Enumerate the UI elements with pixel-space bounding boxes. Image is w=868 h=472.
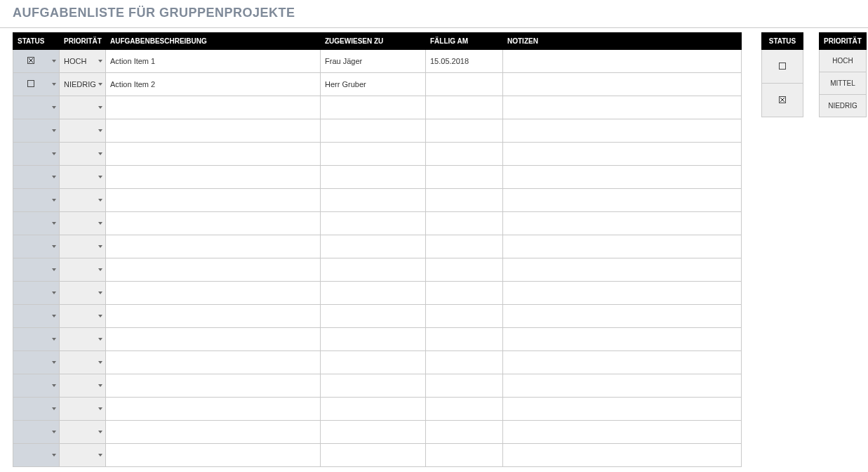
description-cell[interactable] — [106, 398, 321, 421]
due-cell[interactable] — [426, 282, 503, 305]
status-cell[interactable] — [13, 73, 60, 96]
notes-cell[interactable] — [503, 235, 742, 258]
priority-cell[interactable] — [60, 444, 106, 467]
assigned-cell[interactable] — [321, 143, 426, 166]
notes-cell[interactable] — [503, 328, 742, 351]
description-cell[interactable] — [106, 212, 321, 235]
status-cell[interactable] — [13, 305, 60, 328]
due-cell[interactable] — [426, 305, 503, 328]
description-cell[interactable] — [106, 189, 321, 212]
priority-cell[interactable] — [60, 96, 106, 119]
status-cell[interactable] — [13, 398, 60, 421]
assigned-cell[interactable] — [321, 166, 426, 189]
status-cell[interactable] — [13, 258, 60, 282]
status-cell[interactable] — [13, 235, 60, 258]
due-cell[interactable] — [426, 444, 503, 467]
description-cell[interactable] — [106, 96, 321, 119]
description-cell[interactable] — [106, 282, 321, 305]
notes-cell[interactable] — [503, 166, 742, 189]
notes-cell[interactable] — [503, 351, 742, 374]
status-cell[interactable] — [13, 351, 60, 374]
assigned-cell[interactable] — [321, 189, 426, 212]
notes-cell[interactable] — [503, 119, 742, 143]
assigned-cell[interactable] — [321, 421, 426, 444]
assigned-cell[interactable]: Herr Gruber — [321, 73, 426, 96]
priority-cell[interactable] — [60, 166, 106, 189]
description-cell[interactable] — [106, 444, 321, 467]
due-cell[interactable] — [426, 212, 503, 235]
status-cell[interactable] — [13, 189, 60, 212]
status-cell[interactable] — [13, 212, 60, 235]
priority-cell[interactable]: HOCH — [60, 50, 106, 73]
assigned-cell[interactable] — [321, 235, 426, 258]
notes-cell[interactable] — [503, 96, 742, 119]
description-cell[interactable] — [106, 421, 321, 444]
notes-cell[interactable] — [503, 50, 742, 73]
due-cell[interactable] — [426, 258, 503, 282]
description-cell[interactable] — [106, 166, 321, 189]
priority-cell[interactable] — [60, 305, 106, 328]
priority-cell[interactable] — [60, 374, 106, 398]
assigned-cell[interactable] — [321, 374, 426, 398]
description-cell[interactable] — [106, 374, 321, 398]
description-cell[interactable]: Action Item 1 — [106, 50, 321, 73]
priority-cell[interactable] — [60, 351, 106, 374]
assigned-cell[interactable] — [321, 351, 426, 374]
due-cell[interactable] — [426, 374, 503, 398]
status-cell[interactable] — [13, 421, 60, 444]
due-cell[interactable] — [426, 166, 503, 189]
assigned-cell[interactable]: Frau Jäger — [321, 50, 426, 73]
description-cell[interactable] — [106, 235, 321, 258]
priority-cell[interactable] — [60, 328, 106, 351]
priority-cell[interactable] — [60, 189, 106, 212]
notes-cell[interactable] — [503, 143, 742, 166]
description-cell[interactable] — [106, 258, 321, 282]
status-cell[interactable] — [13, 282, 60, 305]
priority-cell[interactable] — [60, 398, 106, 421]
description-cell[interactable] — [106, 328, 321, 351]
status-cell[interactable] — [13, 166, 60, 189]
due-cell[interactable] — [426, 235, 503, 258]
description-cell[interactable] — [106, 143, 321, 166]
notes-cell[interactable] — [503, 398, 742, 421]
notes-cell[interactable] — [503, 374, 742, 398]
due-cell[interactable] — [426, 398, 503, 421]
due-cell[interactable] — [426, 119, 503, 143]
priority-cell[interactable] — [60, 212, 106, 235]
notes-cell[interactable] — [503, 189, 742, 212]
priority-cell[interactable] — [60, 143, 106, 166]
assigned-cell[interactable] — [321, 328, 426, 351]
status-cell[interactable] — [13, 50, 60, 73]
due-cell[interactable] — [426, 73, 503, 96]
due-cell[interactable] — [426, 351, 503, 374]
priority-cell[interactable]: NIEDRIG — [60, 73, 106, 96]
due-cell[interactable] — [426, 421, 503, 444]
notes-cell[interactable] — [503, 305, 742, 328]
due-cell[interactable] — [426, 328, 503, 351]
description-cell[interactable] — [106, 305, 321, 328]
description-cell[interactable] — [106, 351, 321, 374]
due-cell[interactable]: 15.05.2018 — [426, 50, 503, 73]
assigned-cell[interactable] — [321, 305, 426, 328]
due-cell[interactable] — [426, 96, 503, 119]
due-cell[interactable] — [426, 143, 503, 166]
assigned-cell[interactable] — [321, 119, 426, 143]
assigned-cell[interactable] — [321, 96, 426, 119]
description-cell[interactable] — [106, 119, 321, 143]
priority-cell[interactable] — [60, 258, 106, 282]
status-cell[interactable] — [13, 444, 60, 467]
priority-cell[interactable] — [60, 119, 106, 143]
notes-cell[interactable] — [503, 258, 742, 282]
status-cell[interactable] — [13, 328, 60, 351]
notes-cell[interactable] — [503, 73, 742, 96]
assigned-cell[interactable] — [321, 258, 426, 282]
notes-cell[interactable] — [503, 212, 742, 235]
status-cell[interactable] — [13, 374, 60, 398]
priority-cell[interactable] — [60, 421, 106, 444]
description-cell[interactable]: Action Item 2 — [106, 73, 321, 96]
priority-cell[interactable] — [60, 282, 106, 305]
assigned-cell[interactable] — [321, 282, 426, 305]
notes-cell[interactable] — [503, 421, 742, 444]
notes-cell[interactable] — [503, 444, 742, 467]
priority-cell[interactable] — [60, 235, 106, 258]
